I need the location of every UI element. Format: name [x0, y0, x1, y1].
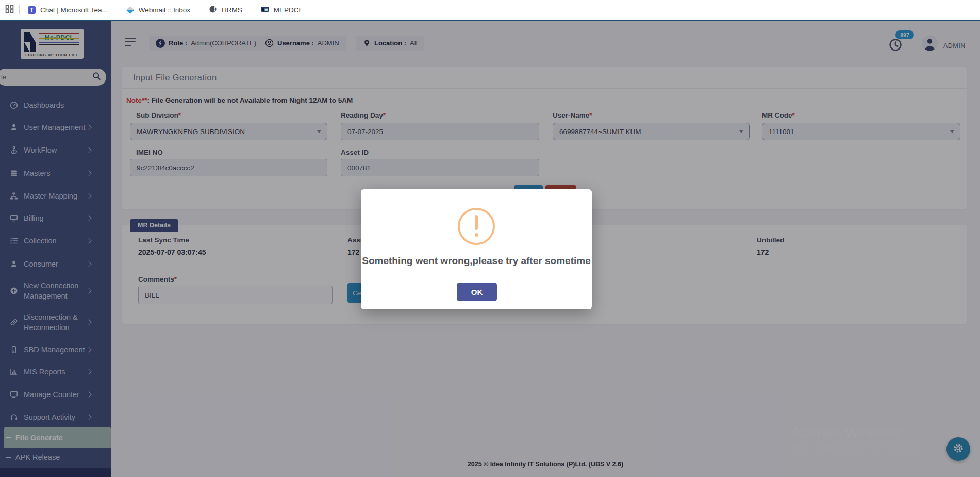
bookmark-label: HRMS	[222, 6, 242, 14]
bookmark-label: Chat | Microsoft Tea...	[40, 6, 108, 14]
bookmark-mepdcl[interactable]: MEPDCL	[261, 5, 303, 15]
webmail-icon	[126, 6, 135, 14]
bookmark-hrms[interactable]: HRMS	[209, 5, 242, 15]
teams-icon: T	[28, 6, 36, 14]
browser-bookmarks-bar: T Chat | Microsoft Tea... Webmail :: Inb…	[0, 0, 980, 21]
modal-message: Something went wrong,please try after so…	[361, 255, 592, 267]
bookmark-label: MEPDCL	[274, 6, 303, 14]
bookmark-label: Webmail :: Inbox	[139, 6, 190, 14]
error-modal: Something went wrong,please try after so…	[361, 189, 592, 309]
bookmark-teams[interactable]: T Chat | Microsoft Tea...	[28, 6, 108, 14]
app-screen: T Chat | Microsoft Tea... Webmail :: Inb…	[0, 0, 980, 477]
mepdcl-icon	[261, 5, 269, 15]
divider	[19, 5, 20, 14]
bookmark-webmail[interactable]: Webmail :: Inbox	[126, 6, 190, 14]
warning-exclamation-icon	[458, 208, 495, 245]
globe-icon	[209, 5, 217, 15]
apps-grid-icon[interactable]	[5, 5, 14, 15]
ok-button[interactable]: OK	[457, 283, 497, 301]
